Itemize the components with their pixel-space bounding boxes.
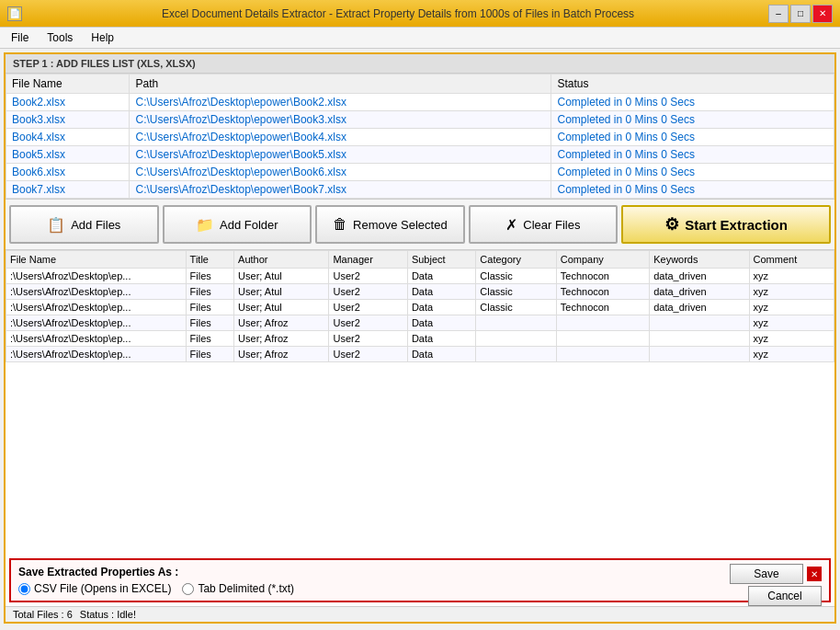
res-subject: Data — [407, 284, 475, 300]
res-company: Technocon — [556, 300, 649, 315]
res-manager: User2 — [329, 284, 407, 300]
start-extraction-label: Start Extraction — [685, 217, 788, 233]
res-col-manager: Manager — [329, 251, 407, 269]
res-keywords — [650, 331, 749, 347]
file-list-row[interactable]: Book7.xlsx C:\Users\Afroz\Desktop\epower… — [6, 181, 834, 199]
res-category: Classic — [476, 269, 556, 284]
res-col-company: Company — [556, 251, 649, 269]
results-section: File Name Title Author Manager Subject C… — [6, 250, 834, 555]
clear-icon: ✗ — [505, 216, 517, 234]
clear-files-button[interactable]: ✗ Clear Files — [469, 205, 619, 244]
menu-tools[interactable]: Tools — [40, 29, 80, 46]
title-bar: 📄 Excel Document Details Extractor - Ext… — [0, 0, 840, 28]
res-col-subject: Subject — [407, 251, 475, 269]
file-path-cell: C:\Users\Afroz\Desktop\epower\Book2.xlsx — [130, 94, 551, 111]
result-row[interactable]: :\Users\Afroz\Desktop\ep... Files User; … — [6, 315, 834, 331]
remove-selected-button[interactable]: 🗑 Remove Selected — [315, 205, 465, 244]
tab-option[interactable]: Tab Delimited (*.txt) — [182, 582, 294, 595]
file-list-row[interactable]: Book5.xlsx C:\Users\Afroz\Desktop\epower… — [6, 146, 834, 164]
close-panel-button[interactable]: ✕ — [807, 567, 822, 581]
save-panel: Save Extracted Properties As : CSV File … — [9, 558, 831, 602]
res-manager: User2 — [329, 315, 407, 331]
res-file: :\Users\Afroz\Desktop\ep... — [6, 300, 187, 315]
save-button[interactable]: Save — [730, 564, 803, 584]
res-company — [556, 331, 649, 347]
res-file: :\Users\Afroz\Desktop\ep... — [6, 269, 187, 284]
res-file: :\Users\Afroz\Desktop\ep... — [6, 315, 187, 331]
res-title: Files — [186, 269, 234, 284]
res-company — [556, 315, 649, 331]
file-list-section: File Name Path Status Book2.xlsx C:\User… — [6, 74, 834, 200]
cancel-button[interactable]: Cancel — [748, 586, 822, 606]
file-name-cell: Book3.xlsx — [6, 111, 130, 129]
result-row[interactable]: :\Users\Afroz\Desktop\ep... Files User; … — [6, 269, 834, 284]
file-list-row[interactable]: Book4.xlsx C:\Users\Afroz\Desktop\epower… — [6, 129, 834, 146]
result-row[interactable]: :\Users\Afroz\Desktop\ep... Files User; … — [6, 331, 834, 347]
col-path: Path — [130, 74, 551, 94]
tab-radio[interactable] — [182, 583, 194, 595]
res-author: User; Atul — [234, 300, 329, 315]
res-title: Files — [186, 300, 234, 315]
add-files-button[interactable]: 📋 Add Files — [9, 205, 159, 244]
res-keywords: data_driven — [650, 300, 749, 315]
remove-icon: 🗑 — [333, 216, 347, 233]
res-comment: xyz — [749, 315, 834, 331]
file-status-cell: Completed in 0 Mins 0 Secs — [551, 129, 834, 146]
res-keywords — [650, 347, 749, 362]
res-category — [476, 315, 556, 331]
status-bar: Total Files : 6 Status : Idle! — [6, 606, 834, 622]
file-list-table: File Name Path Status Book2.xlsx C:\User… — [6, 74, 834, 199]
step-header: STEP 1 : ADD FILES LIST (XLS, XLSX) — [6, 54, 834, 74]
res-col-keywords: Keywords — [650, 251, 749, 269]
res-author: User; Atul — [234, 284, 329, 300]
res-file: :\Users\Afroz\Desktop\ep... — [6, 284, 187, 300]
res-comment: xyz — [749, 269, 834, 284]
app-icon: 📄 — [7, 6, 22, 21]
res-comment: xyz — [749, 300, 834, 315]
res-author: User; Atul — [234, 269, 329, 284]
res-file: :\Users\Afroz\Desktop\ep... — [6, 331, 187, 347]
minimize-button[interactable]: – — [768, 5, 789, 23]
res-company: Technocon — [556, 284, 649, 300]
file-name-cell: Book2.xlsx — [6, 94, 130, 111]
menu-help[interactable]: Help — [84, 29, 121, 46]
total-files: Total Files : 6 — [13, 609, 73, 620]
main-content: STEP 1 : ADD FILES LIST (XLS, XLSX) File… — [4, 52, 836, 624]
window-controls: – □ ✕ — [768, 5, 833, 23]
menu-file[interactable]: File — [4, 29, 36, 46]
result-row[interactable]: :\Users\Afroz\Desktop\ep... Files User; … — [6, 284, 834, 300]
res-category: Classic — [476, 284, 556, 300]
file-status-cell: Completed in 0 Mins 0 Secs — [551, 146, 834, 164]
res-category — [476, 347, 556, 362]
res-col-comment: Comment — [749, 251, 834, 269]
csv-option[interactable]: CSV File (Opens in EXCEL) — [18, 582, 171, 595]
res-comment: xyz — [749, 284, 834, 300]
result-row[interactable]: :\Users\Afroz\Desktop\ep... Files User; … — [6, 347, 834, 362]
close-button[interactable]: ✕ — [812, 5, 833, 23]
res-author: User; Afroz — [234, 347, 329, 362]
file-list-row[interactable]: Book3.xlsx C:\Users\Afroz\Desktop\epower… — [6, 111, 834, 129]
add-folder-button[interactable]: 📁 Add Folder — [163, 205, 312, 244]
file-name-cell: Book5.xlsx — [6, 146, 130, 164]
maximize-button[interactable]: □ — [790, 5, 811, 23]
res-subject: Data — [407, 300, 475, 315]
result-row[interactable]: :\Users\Afroz\Desktop\ep... Files User; … — [6, 300, 834, 315]
res-author: User; Afroz — [234, 315, 329, 331]
res-subject: Data — [407, 269, 475, 284]
file-name-cell: Book7.xlsx — [6, 181, 130, 199]
res-subject: Data — [407, 331, 475, 347]
save-options: CSV File (Opens in EXCEL) Tab Delimited … — [18, 582, 822, 595]
start-extraction-button[interactable]: ⚙ Start Extraction — [621, 205, 831, 244]
res-manager: User2 — [329, 300, 407, 315]
res-category — [476, 331, 556, 347]
file-status-cell: Completed in 0 Mins 0 Secs — [551, 181, 834, 199]
res-col-filename: File Name — [6, 251, 187, 269]
file-list-row[interactable]: Book6.xlsx C:\Users\Afroz\Desktop\epower… — [6, 164, 834, 181]
file-list-row[interactable]: Book2.xlsx C:\Users\Afroz\Desktop\epower… — [6, 94, 834, 111]
res-manager: User2 — [329, 347, 407, 362]
add-folder-icon: 📁 — [196, 216, 214, 234]
csv-radio[interactable] — [18, 583, 30, 595]
res-comment: xyz — [749, 347, 834, 362]
file-name-cell: Book6.xlsx — [6, 164, 130, 181]
res-subject: Data — [407, 315, 475, 331]
